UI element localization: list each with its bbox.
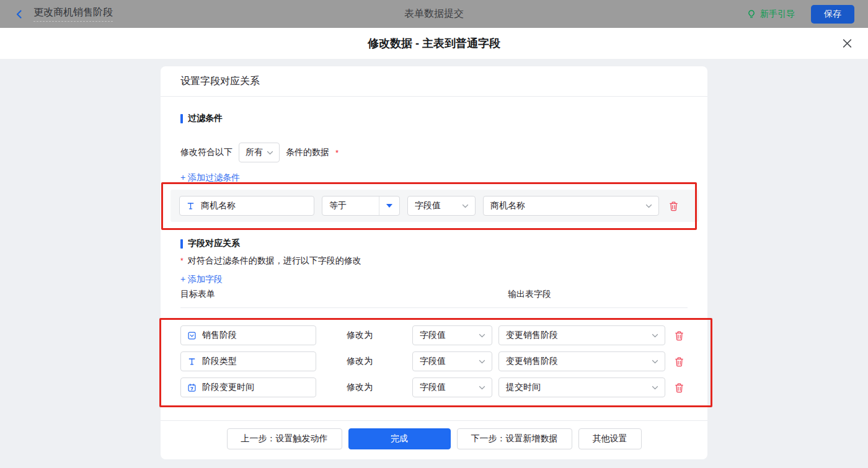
- value-type: 字段值: [420, 356, 446, 367]
- guide-link[interactable]: 新手引导: [746, 9, 795, 20]
- output-field-select[interactable]: 提交时间: [498, 377, 665, 397]
- add-filter-link[interactable]: + 添加过滤条件: [180, 172, 240, 183]
- chevron-down-icon: [479, 360, 485, 364]
- filter-row-wrap: 商机名称 等于 字段值 商机名称: [170, 190, 699, 222]
- back-button[interactable]: [14, 9, 25, 20]
- text-field-icon: [186, 201, 195, 211]
- value-type: 字段值: [420, 382, 446, 393]
- match-prefix-label: 修改符合以下: [180, 147, 232, 158]
- card-body: 过滤条件 修改符合以下 所有 条件的数据 * + 添加过滤条件 商机名称: [161, 113, 707, 397]
- filter-value-select[interactable]: 商机名称: [483, 196, 659, 216]
- target-field-input[interactable]: 阶段类型: [180, 351, 316, 371]
- trash-icon: [674, 356, 684, 367]
- topbar-left: 更改商机销售阶段: [14, 6, 113, 22]
- delete-filter-button[interactable]: [666, 199, 681, 213]
- section-bar: [180, 239, 183, 249]
- chevron-down-icon: [652, 360, 658, 364]
- match-type-value: 所有: [246, 147, 263, 158]
- match-suffix-label: 条件的数据: [286, 147, 329, 158]
- mapping-row: 阶段变更时间 修改为 字段值 提交时间: [180, 377, 688, 397]
- filter-section-title: 过滤条件: [180, 113, 688, 124]
- mapping-description: * 对符合过滤条件的数据，进行以下字段的修改: [180, 255, 688, 267]
- mapping-description-text: 对符合过滤条件的数据，进行以下字段的修改: [188, 255, 361, 267]
- chevron-down-icon: [652, 386, 658, 390]
- back-icon: [14, 9, 25, 20]
- target-field-input[interactable]: 阶段变更时间: [180, 377, 316, 397]
- filter-row: 商机名称 等于 字段值 商机名称: [170, 190, 699, 222]
- modify-label: 修改为: [347, 330, 381, 341]
- filter-operator-select[interactable]: 等于: [322, 196, 400, 216]
- filter-operator-value: 等于: [322, 200, 379, 211]
- mapping-section-title: 字段对应关系: [180, 238, 688, 249]
- delete-row-button[interactable]: [672, 381, 686, 395]
- chevron-down-icon: [267, 151, 273, 155]
- filter-section-label: 过滤条件: [188, 113, 223, 124]
- output-field-value: 变更销售阶段: [506, 356, 558, 367]
- modify-label: 修改为: [347, 382, 381, 393]
- filter-field-input[interactable]: 商机名称: [179, 196, 314, 216]
- filter-field-value: 商机名称: [201, 200, 236, 211]
- operator-caret-segment[interactable]: [379, 196, 399, 215]
- modify-label: 修改为: [347, 356, 381, 367]
- value-type: 字段值: [420, 330, 446, 341]
- close-button[interactable]: [843, 39, 852, 48]
- topbar-center-title: 表单数据提交: [0, 7, 868, 20]
- trash-icon: [674, 330, 684, 341]
- column-headers: 目标表单 输出表字段: [180, 289, 688, 308]
- bulb-icon: [746, 9, 756, 19]
- match-type-select[interactable]: 所有: [239, 143, 280, 162]
- next-step-button[interactable]: 下一步：设置新增数据: [457, 428, 572, 449]
- chevron-down-icon: [479, 333, 485, 338]
- chevron-down-icon: [479, 386, 485, 390]
- mapping-row: 阶段类型 修改为 字段值 变更销售阶段: [180, 351, 688, 371]
- delete-row-button[interactable]: [672, 355, 686, 369]
- chevron-down-icon: [645, 204, 652, 208]
- dialog-title: 修改数据 - 主表到普通字段: [368, 36, 500, 51]
- close-icon: [843, 39, 852, 48]
- output-field-select[interactable]: 变更销售阶段: [498, 325, 665, 345]
- chevron-down-icon: [462, 204, 469, 208]
- target-field-value: 销售阶段: [202, 330, 237, 341]
- caret-down-icon: [386, 204, 392, 208]
- select-field-icon: [187, 331, 197, 340]
- text-field-icon: [187, 357, 197, 366]
- column-target-form: 目标表单: [180, 289, 215, 299]
- card-footer: 上一步：设置触发动作 完成 下一步：设置新增数据 其他设置: [161, 420, 707, 449]
- filter-value-type-select[interactable]: 字段值: [407, 196, 476, 216]
- value-type-select[interactable]: 字段值: [412, 351, 492, 371]
- other-settings-button[interactable]: 其他设置: [578, 428, 642, 449]
- output-field-select[interactable]: 变更销售阶段: [498, 351, 665, 371]
- settings-card: 设置字段对应关系 过滤条件 修改符合以下 所有 条件的数据 * + 添加过滤条件: [161, 66, 707, 459]
- save-button[interactable]: 保存: [811, 5, 854, 24]
- required-mark: *: [335, 148, 339, 157]
- trash-icon: [668, 201, 679, 211]
- column-output-field: 输出表字段: [508, 289, 551, 300]
- output-field-value: 提交时间: [506, 382, 541, 393]
- filter-value: 商机名称: [490, 200, 525, 211]
- topbar: 更改商机销售阶段 表单数据提交 新手引导 保存: [0, 0, 868, 28]
- dialog-body: 设置字段对应关系 过滤条件 修改符合以下 所有 条件的数据 * + 添加过滤条件: [0, 66, 868, 468]
- delete-row-button[interactable]: [672, 329, 686, 343]
- done-button[interactable]: 完成: [348, 428, 451, 449]
- guide-label: 新手引导: [760, 9, 795, 20]
- section-bar: [180, 114, 183, 123]
- target-field-value: 阶段类型: [202, 356, 237, 367]
- trash-icon: [674, 382, 684, 393]
- mapping-section-label: 字段对应关系: [188, 238, 240, 249]
- required-mark: *: [180, 257, 184, 265]
- match-condition-row: 修改符合以下 所有 条件的数据 *: [180, 143, 688, 162]
- flow-title[interactable]: 更改商机销售阶段: [33, 6, 113, 22]
- filter-value-type: 字段值: [415, 200, 441, 211]
- chevron-down-icon: [652, 333, 658, 338]
- value-type-select[interactable]: 字段值: [412, 377, 492, 397]
- add-field-link[interactable]: + 添加字段: [180, 274, 223, 285]
- mapping-rows: 销售阶段 修改为 字段值 变更销售阶段: [180, 325, 688, 397]
- target-field-value: 阶段变更时间: [202, 382, 254, 393]
- date-field-icon: [187, 383, 197, 392]
- dialog-header: 修改数据 - 主表到普通字段: [0, 28, 868, 59]
- value-type-select[interactable]: 字段值: [412, 325, 492, 345]
- card-title: 设置字段对应关系: [161, 66, 707, 97]
- output-field-value: 变更销售阶段: [506, 330, 558, 341]
- prev-step-button[interactable]: 上一步：设置触发动作: [227, 428, 342, 449]
- target-field-input[interactable]: 销售阶段: [180, 325, 316, 345]
